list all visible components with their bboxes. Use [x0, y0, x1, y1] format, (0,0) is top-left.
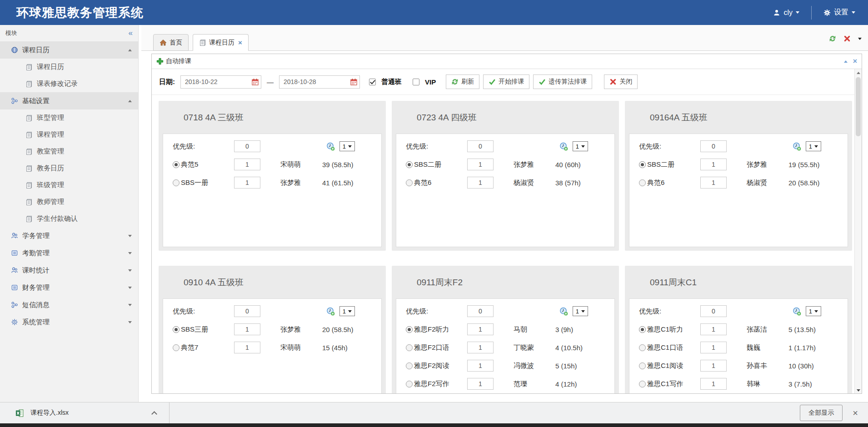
sidebar-group-1[interactable]: 基础设置: [0, 92, 138, 109]
course-hours-input[interactable]: [234, 323, 260, 335]
refresh-tab-icon[interactable]: [829, 35, 836, 42]
user-menu[interactable]: cly: [773, 9, 799, 17]
course-radio[interactable]: [639, 161, 646, 168]
course-radio[interactable]: [639, 381, 646, 387]
session-select[interactable]: 1: [806, 141, 821, 151]
date-from-input[interactable]: [180, 75, 261, 89]
course-option[interactable]: 雅思C1写作: [639, 380, 700, 388]
scroll-down-icon[interactable]: [857, 389, 860, 392]
clock-add-icon[interactable]: [326, 142, 335, 151]
course-radio[interactable]: [173, 326, 180, 333]
course-option[interactable]: 典范7: [173, 343, 234, 352]
course-radio[interactable]: [639, 362, 646, 369]
course-hours-input[interactable]: [467, 159, 494, 170]
clock-add-icon[interactable]: [793, 142, 801, 151]
course-option[interactable]: 雅思C1听力: [639, 325, 700, 334]
course-radio[interactable]: [639, 344, 646, 351]
vip-checkbox[interactable]: [413, 79, 419, 85]
clock-add-icon[interactable]: [326, 307, 335, 316]
session-select[interactable]: 1: [573, 141, 588, 151]
download-item[interactable]: 课程导入.xlsx: [0, 409, 156, 417]
sidebar-item-1-3[interactable]: 教务日历: [0, 160, 138, 177]
course-option[interactable]: SBS一册: [173, 179, 234, 187]
date-to-input[interactable]: [279, 75, 360, 89]
vertical-scrollbar[interactable]: [854, 69, 862, 393]
course-option[interactable]: 雅思F2口语: [406, 343, 467, 352]
sidebar-group-0[interactable]: 课程日历: [0, 41, 138, 59]
sidebar-item-1-0[interactable]: 班型管理: [0, 109, 138, 126]
course-radio[interactable]: [173, 179, 180, 186]
tab-course-calendar[interactable]: 课程日历×: [193, 34, 249, 51]
course-hours-input[interactable]: [467, 342, 494, 353]
course-radio[interactable]: [173, 344, 180, 351]
course-radio[interactable]: [406, 344, 413, 351]
course-hours-input[interactable]: [467, 177, 494, 189]
sidebar-collapse-button[interactable]: «: [129, 29, 133, 38]
priority-input[interactable]: [234, 305, 260, 317]
course-option[interactable]: 雅思F2阅读: [406, 362, 467, 370]
tab-home[interactable]: 首页: [153, 34, 189, 51]
course-hours-input[interactable]: [700, 378, 727, 390]
sidebar-group-3[interactable]: 考勤管理: [0, 244, 138, 262]
close-button[interactable]: 关闭: [604, 74, 638, 89]
session-select[interactable]: 1: [573, 306, 588, 316]
chevron-up-icon[interactable]: [151, 411, 157, 417]
sidebar-group-7[interactable]: 系统管理: [0, 313, 138, 331]
calendar-icon[interactable]: [251, 78, 259, 86]
course-hours-input[interactable]: [700, 342, 727, 353]
course-option[interactable]: 典范6: [639, 179, 700, 187]
course-radio[interactable]: [173, 161, 180, 168]
sidebar-group-2[interactable]: 学务管理: [0, 227, 138, 244]
sidebar-item-1-1[interactable]: 课程管理: [0, 126, 138, 143]
course-radio[interactable]: [406, 362, 413, 369]
clock-add-icon[interactable]: [559, 307, 568, 316]
course-hours-input[interactable]: [234, 342, 260, 353]
course-option[interactable]: 雅思C1阅读: [639, 362, 700, 370]
session-select[interactable]: 1: [339, 306, 355, 316]
start-schedule-button[interactable]: 开始排课: [483, 74, 529, 89]
normal-class-checkbox[interactable]: [369, 79, 376, 85]
scroll-up-icon[interactable]: [857, 72, 860, 74]
download-bar-close-icon[interactable]: ×: [853, 408, 858, 418]
sidebar-item-1-4[interactable]: 班级管理: [0, 177, 138, 194]
session-select[interactable]: 1: [339, 141, 355, 151]
course-option[interactable]: 典范5: [173, 160, 234, 169]
course-hours-input[interactable]: [700, 159, 727, 170]
sidebar-item-1-2[interactable]: 教室管理: [0, 143, 138, 160]
course-option[interactable]: SBS二册: [639, 160, 700, 169]
session-select[interactable]: 1: [806, 306, 821, 316]
close-tab-icon[interactable]: [843, 35, 851, 42]
tab-close-icon[interactable]: ×: [238, 39, 242, 46]
course-hours-input[interactable]: [234, 177, 260, 189]
priority-input[interactable]: [700, 305, 727, 317]
course-hours-input[interactable]: [234, 159, 260, 170]
clock-add-icon[interactable]: [793, 307, 801, 316]
clock-add-icon[interactable]: [559, 142, 568, 151]
course-hours-input[interactable]: [700, 323, 727, 335]
course-hours-input[interactable]: [467, 360, 494, 372]
course-radio[interactable]: [639, 179, 646, 186]
course-radio[interactable]: [639, 326, 646, 333]
course-option[interactable]: 雅思C1口语: [639, 343, 700, 352]
scrollbar-thumb[interactable]: [856, 77, 861, 136]
tab-list-dropdown-icon[interactable]: [858, 38, 862, 40]
sidebar-group-4[interactable]: 课时统计: [0, 262, 138, 279]
priority-input[interactable]: [467, 305, 494, 317]
course-option[interactable]: 典范6: [406, 179, 467, 187]
course-hours-input[interactable]: [467, 323, 494, 335]
sidebar-item-1-5[interactable]: 教师管理: [0, 194, 138, 210]
sidebar-item-0-1[interactable]: 课表修改记录: [0, 75, 138, 92]
course-hours-input[interactable]: [700, 360, 727, 372]
course-hours-input[interactable]: [700, 177, 727, 189]
course-option[interactable]: SBS三册: [173, 325, 234, 334]
sidebar-group-6[interactable]: 短信消息: [0, 296, 138, 313]
course-option[interactable]: SBS二册: [406, 160, 467, 169]
priority-input[interactable]: [467, 140, 494, 152]
course-radio[interactable]: [406, 381, 413, 387]
settings-menu[interactable]: 设置: [823, 8, 855, 17]
course-radio[interactable]: [406, 161, 413, 168]
course-radio[interactable]: [406, 179, 413, 186]
course-option[interactable]: 雅思F2写作: [406, 380, 467, 388]
course-option[interactable]: 雅思F2听力: [406, 325, 467, 334]
sidebar-item-1-6[interactable]: 学生付款确认: [0, 210, 138, 227]
